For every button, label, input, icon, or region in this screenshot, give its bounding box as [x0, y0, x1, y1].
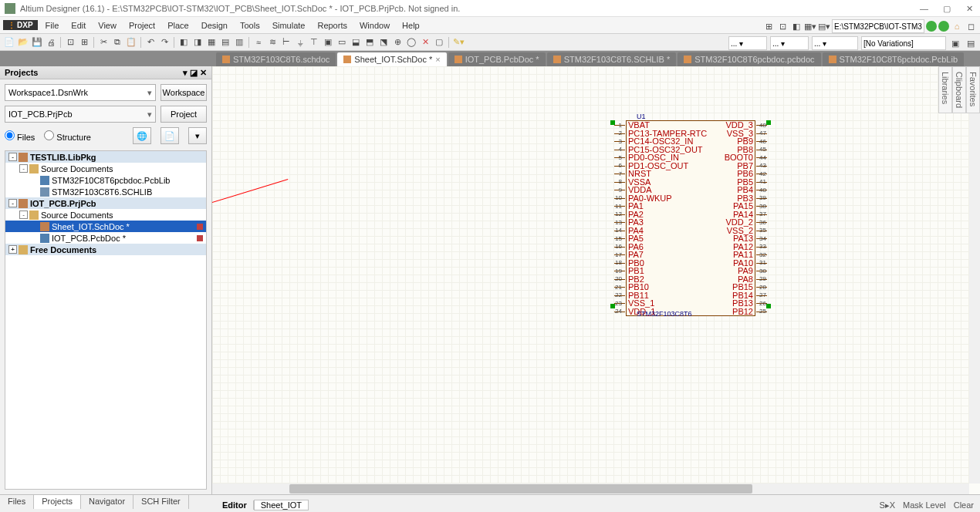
tool-icon[interactable]: ◨: [191, 36, 204, 49]
workspace-dropdown[interactable]: Workspace1.DsnWrk: [5, 84, 156, 101]
doc-tab[interactable]: Sheet_IOT.SchDoc *×: [337, 52, 446, 66]
view-icon[interactable]: ⊞: [762, 20, 775, 32]
print-icon[interactable]: 🖨: [45, 36, 57, 49]
stop-icon[interactable]: ◻: [965, 20, 977, 32]
menu-simulate[interactable]: Simulate: [266, 19, 312, 32]
nav-fwd-icon[interactable]: [938, 21, 949, 32]
close-button[interactable]: ✕: [966, 4, 975, 13]
bottom-tab-sch-filter[interactable]: SCH Filter: [133, 495, 189, 509]
doc-tab[interactable]: STM32F103C8T6.SCHLIB *: [547, 52, 677, 66]
collapsed-panel-clipboard[interactable]: Clipboard: [952, 66, 966, 113]
tree-item[interactable]: STM32F103C8T6.SCHLIB: [5, 186, 206, 197]
menu-place[interactable]: Place: [161, 19, 195, 32]
chip-component[interactable]: U1 1VBAT48VDD_32PC13-TAMPER-RTC47VSS_33P…: [626, 120, 755, 316]
delete-icon[interactable]: ✕: [419, 36, 431, 49]
tool-icon[interactable]: ⬒: [363, 36, 376, 49]
tree-item[interactable]: Sheet_IOT.SchDoc *: [5, 221, 206, 232]
menu-edit[interactable]: Edit: [65, 19, 92, 32]
tree-item[interactable]: -IOT_PCB.PrjPcb: [5, 197, 206, 209]
doc-tab[interactable]: IOT_PCB.PcbDoc *: [448, 52, 546, 66]
tool-icon[interactable]: ⊕: [391, 36, 404, 49]
menu-project[interactable]: Project: [123, 19, 161, 32]
dxp-menu[interactable]: DXP: [3, 20, 38, 30]
status-link[interactable]: Mask Level: [903, 500, 946, 510]
vertical-scrollbar[interactable]: [969, 66, 980, 483]
undo-icon[interactable]: ↶: [144, 36, 157, 49]
menu-reports[interactable]: Reports: [311, 19, 353, 32]
zoom-area-icon[interactable]: ⊞: [78, 36, 90, 49]
path-combo[interactable]: E:\STM32PCB\IOT-STM3: [832, 19, 924, 33]
pwr-icon[interactable]: ⊤: [308, 36, 320, 49]
tool-icon[interactable]: ▤: [219, 36, 231, 49]
home-icon[interactable]: ⌂: [951, 20, 963, 32]
highlight-icon[interactable]: ✎▾: [452, 36, 465, 49]
workspace-button[interactable]: Workspace: [161, 84, 207, 101]
bottom-tab-projects[interactable]: Projects: [34, 495, 81, 509]
menu-design[interactable]: Design: [195, 19, 234, 32]
tool-icon[interactable]: ◧: [177, 36, 190, 49]
tree-toggle-icon[interactable]: -: [19, 164, 28, 173]
tool-icon[interactable]: ▦: [205, 36, 218, 49]
tool-icon[interactable]: ▣: [949, 37, 961, 49]
project-file-field[interactable]: IOT_PCB.PrjPcb: [5, 106, 156, 123]
menu-view[interactable]: View: [92, 19, 123, 32]
tree-toggle-icon[interactable]: +: [8, 245, 17, 254]
menu-file[interactable]: File: [39, 19, 66, 32]
bottom-tab-navigator[interactable]: Navigator: [81, 495, 133, 509]
combo-1[interactable]: ... ▾: [728, 36, 767, 50]
tree-item[interactable]: IOT_PCB.PcbDoc *: [5, 232, 206, 244]
minimize-button[interactable]: —: [920, 4, 929, 13]
status-link[interactable]: S▸X: [879, 500, 895, 510]
open-icon[interactable]: 📂: [17, 36, 29, 49]
redo-icon[interactable]: ↷: [158, 36, 171, 49]
doc-tab[interactable]: STM32F10C8T6pcbdoc.pcbdoc: [678, 52, 820, 66]
tool-icon[interactable]: ▥: [233, 36, 245, 49]
wire-icon[interactable]: ≈: [252, 36, 265, 49]
sheet-icon[interactable]: ▭: [336, 36, 348, 49]
tree-item[interactable]: -Source Documents: [5, 163, 206, 174]
combo-2[interactable]: ... ▾: [770, 36, 809, 50]
gnd-icon[interactable]: ⏚: [294, 36, 306, 49]
schematic-canvas[interactable]: U1 1VBAT48VDD_32PC13-TAMPER-RTC47VSS_33P…: [212, 66, 969, 483]
cut-icon[interactable]: ✂: [97, 36, 110, 49]
settings-icon[interactable]: 📄: [161, 127, 179, 144]
project-button[interactable]: Project: [161, 106, 207, 123]
view-icon[interactable]: ⊡: [776, 20, 789, 32]
tool-icon[interactable]: ◯: [405, 36, 417, 49]
bottom-tab-files[interactable]: Files: [0, 495, 34, 509]
part-icon[interactable]: ▣: [322, 36, 334, 49]
maximize-button[interactable]: ▢: [943, 4, 952, 13]
copy-icon[interactable]: ⧉: [111, 36, 123, 49]
refresh-icon[interactable]: 🌐: [133, 127, 151, 144]
menu-tools[interactable]: Tools: [234, 19, 266, 32]
horizontal-scrollbar[interactable]: [212, 483, 969, 494]
panel-menu-icon[interactable]: ▾ ◪ ✕: [183, 68, 207, 78]
tree-item[interactable]: +Free Documents: [5, 244, 206, 255]
tool-icon[interactable]: ⬔: [377, 36, 390, 49]
collapsed-panel-libraries[interactable]: Libraries: [938, 66, 952, 113]
more-icon[interactable]: ▾: [188, 127, 207, 144]
tree-item[interactable]: STM32F10C8T6pcbdoc.PcbLib: [5, 174, 206, 186]
status-link[interactable]: Clear: [954, 500, 974, 510]
tree-toggle-icon[interactable]: -: [8, 153, 17, 161]
tool-icon[interactable]: ▤: [965, 37, 977, 49]
nav-back-icon[interactable]: [926, 21, 937, 32]
save-icon[interactable]: 💾: [31, 36, 43, 49]
structure-radio[interactable]: Structure: [44, 130, 91, 142]
bus-icon[interactable]: ≋: [266, 36, 279, 49]
editor-sheet-tab[interactable]: Sheet_IOT: [254, 500, 309, 510]
new-icon[interactable]: 📄: [3, 36, 15, 49]
doc-tab[interactable]: STM32F10C8T6pcbdoc.PcbLib: [823, 52, 964, 66]
view-icon[interactable]: ▤▾: [818, 20, 830, 32]
tree-item[interactable]: -Source Documents: [5, 209, 206, 221]
tool-icon[interactable]: ▢: [433, 36, 445, 49]
tree-toggle-icon[interactable]: -: [19, 211, 28, 219]
menu-help[interactable]: Help: [396, 19, 426, 32]
variations-combo[interactable]: [No Variations]: [861, 36, 946, 50]
doc-tab[interactable]: STM32F103C8T6.schdoc: [216, 52, 336, 66]
net-icon[interactable]: ⊢: [280, 36, 292, 49]
view-icon[interactable]: ◧: [790, 20, 803, 32]
collapsed-panel-favorites[interactable]: Favorites: [966, 66, 980, 113]
tree-item[interactable]: -TESTLIB.LibPkg: [5, 151, 206, 163]
port-icon[interactable]: ⬓: [350, 36, 362, 49]
